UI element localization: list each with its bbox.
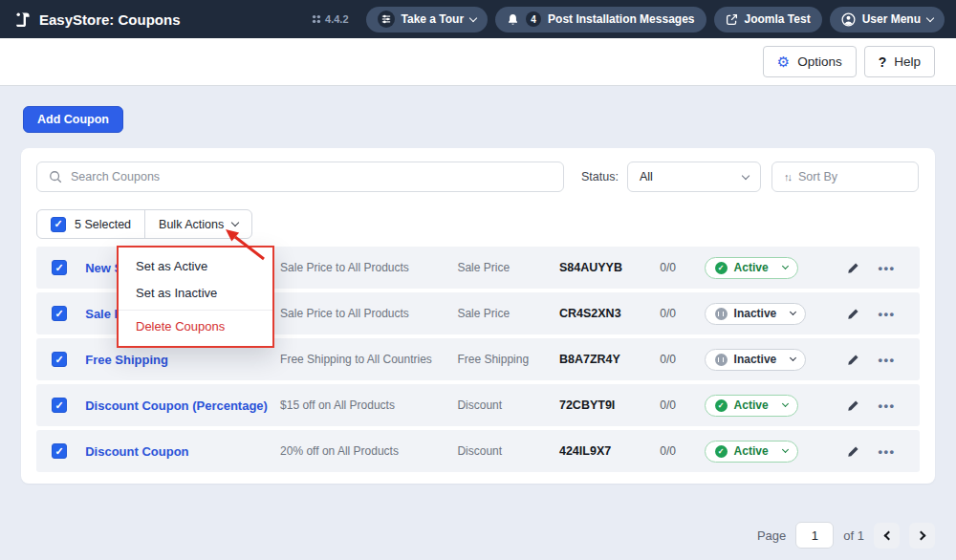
menu-item-delete-coupons[interactable]: Delete Coupons: [119, 313, 272, 340]
page-label: Page: [757, 528, 786, 543]
coupon-description: Free Shipping to All Countries: [280, 353, 457, 366]
sliders-icon: [378, 11, 395, 28]
previous-page-button[interactable]: [874, 523, 900, 549]
status-dropdown[interactable]: Active: [705, 257, 798, 279]
search-input[interactable]: [71, 170, 552, 183]
status-dot-icon: [715, 262, 728, 274]
coupon-type: Sale Price: [457, 261, 559, 274]
site-preview-button[interactable]: Joomla Test: [714, 7, 822, 32]
coupon-description: Sale Price to All Products: [280, 261, 457, 274]
messages-label: Post Installation Messages: [548, 12, 694, 26]
pencil-icon: [847, 399, 859, 412]
menu-item-set-inactive[interactable]: Set as Inactive: [119, 280, 272, 307]
external-link-icon: [726, 13, 738, 26]
bulk-actions-label: Bulk Actions: [159, 218, 224, 231]
app-brand: EasyStore: Coupons: [13, 11, 181, 29]
table-row: ✓ Discount Coupon (Percentage) $15 off o…: [36, 384, 920, 426]
pencil-icon: [847, 354, 859, 366]
coupon-code: 424IL9X7: [559, 444, 652, 458]
take-a-tour-label: Take a Tour: [402, 12, 465, 26]
coupon-description: $15 off on All Products: [280, 398, 457, 412]
status-dropdown[interactable]: Active: [705, 395, 798, 417]
take-a-tour-button[interactable]: Take a Tour: [366, 7, 489, 32]
status-dot-icon: [715, 399, 728, 412]
chevron-down-icon: [782, 400, 789, 407]
menu-item-set-active[interactable]: Set as Active: [119, 253, 272, 280]
help-button[interactable]: ? Help: [864, 46, 935, 77]
select-all-segment[interactable]: ✓ 5 Selected: [37, 210, 144, 238]
page-count-label: of 1: [843, 528, 864, 543]
more-actions-button[interactable]: •••: [869, 307, 904, 321]
edit-button[interactable]: [837, 399, 869, 412]
search-box: [36, 162, 564, 192]
row-checkbox[interactable]: ✓: [52, 443, 67, 459]
chevron-down-icon: [469, 13, 477, 21]
ellipsis-icon: •••: [878, 398, 895, 413]
row-checkbox[interactable]: ✓: [52, 352, 67, 367]
search-icon: [49, 170, 62, 183]
pencil-icon: [847, 262, 859, 274]
easystore-logo-icon: [13, 11, 32, 29]
pencil-icon: [847, 445, 859, 458]
coupon-description: Sale Price to All Products: [280, 307, 457, 320]
edit-button[interactable]: [837, 354, 869, 366]
status-dropdown[interactable]: Active: [705, 441, 798, 463]
edit-button[interactable]: [837, 308, 869, 320]
more-actions-button[interactable]: •••: [869, 444, 904, 459]
chevron-down-icon: [782, 446, 789, 453]
options-button[interactable]: ⚙ Options: [763, 46, 857, 77]
status-label: Active: [734, 444, 769, 458]
selected-count-label: 5 Selected: [75, 218, 131, 231]
status-dot-icon: [715, 445, 728, 458]
chevron-down-icon: [231, 219, 239, 226]
edit-button[interactable]: [837, 445, 869, 458]
options-label: Options: [797, 54, 842, 69]
next-page-button[interactable]: [909, 523, 935, 549]
row-checkbox[interactable]: ✓: [52, 260, 67, 275]
select-all-checkbox[interactable]: ✓: [51, 217, 66, 232]
ellipsis-icon: •••: [878, 444, 895, 459]
post-installation-messages-button[interactable]: 4 Post Installation Messages: [495, 7, 706, 32]
bell-icon: [507, 13, 519, 26]
gear-icon: ⚙: [777, 54, 790, 69]
coupon-code: S84AUYYB: [559, 261, 652, 274]
status-dropdown[interactable]: Inactive: [705, 303, 807, 325]
bulk-actions-dropdown-button[interactable]: Bulk Actions: [144, 210, 251, 238]
pagination: Page of 1: [21, 522, 935, 549]
coupon-usage: 0/0: [652, 398, 704, 412]
user-menu-button[interactable]: User Menu: [830, 7, 945, 32]
joomla-version: 4.4.2: [312, 13, 348, 25]
status-dot-icon: [715, 308, 728, 320]
coupon-type: Discount: [457, 444, 559, 458]
status-label: Inactive: [734, 307, 777, 320]
coupon-code: CR4S2XN3: [559, 307, 652, 320]
more-actions-button[interactable]: •••: [869, 398, 904, 413]
chevron-down-icon: [782, 263, 789, 269]
status-dropdown[interactable]: Inactive: [705, 349, 807, 371]
chevron-down-icon: [742, 171, 750, 179]
coupon-name-link[interactable]: Discount Coupon (Percentage): [85, 398, 280, 413]
page-number-input[interactable]: [795, 522, 834, 549]
more-actions-button[interactable]: •••: [869, 353, 904, 367]
coupon-name-link[interactable]: Free Shipping: [85, 353, 280, 367]
add-coupon-button[interactable]: Add Coupon: [23, 106, 123, 133]
status-filter-select[interactable]: All: [627, 162, 761, 192]
row-checkbox[interactable]: ✓: [52, 306, 67, 321]
coupon-type: Sale Price: [457, 307, 559, 320]
sort-by-select[interactable]: ↑↓ Sort By: [771, 162, 919, 192]
bulk-actions-group: ✓ 5 Selected Bulk Actions: [36, 209, 252, 239]
coupon-name-link[interactable]: Discount Coupon: [85, 444, 280, 459]
ellipsis-icon: •••: [878, 261, 895, 275]
pencil-icon: [847, 308, 859, 320]
ellipsis-icon: •••: [878, 307, 895, 321]
chevron-down-icon: [926, 13, 934, 21]
filter-row: Status: All ↑↓ Sort By: [36, 162, 920, 192]
row-checkbox[interactable]: ✓: [52, 398, 67, 413]
edit-button[interactable]: [837, 262, 869, 274]
menu-divider: [119, 310, 272, 311]
status-label: Active: [734, 398, 769, 412]
bulk-actions-bar: ✓ 5 Selected Bulk Actions: [36, 209, 920, 239]
status-filter-label: Status:: [581, 170, 621, 183]
more-actions-button[interactable]: •••: [869, 261, 904, 275]
topbar: EasyStore: Coupons 4.4.2 Take a Tour 4 P…: [0, 0, 956, 38]
